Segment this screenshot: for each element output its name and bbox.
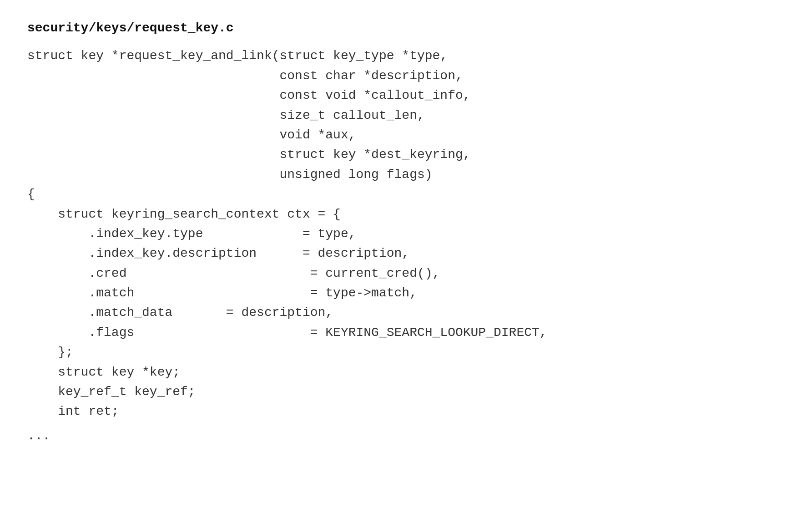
code-line-10: .index_key.type = type, xyxy=(27,227,356,241)
code-line-2: const char *description, xyxy=(27,69,463,83)
code-line-15: .flags = KEYRING_SEARCH_LOOKUP_DIRECT, xyxy=(27,326,547,340)
code-line-4: size_t callout_len, xyxy=(27,108,425,122)
code-line-16: }; xyxy=(27,345,73,359)
code-line-8: { xyxy=(27,187,35,201)
code-line-19: int ret; xyxy=(27,404,119,418)
code-line-6: struct key *dest_keyring, xyxy=(27,148,471,162)
code-line-1: struct key *request_key_and_link(struct … xyxy=(27,49,448,63)
code-line-9: struct keyring_search_context ctx = { xyxy=(27,207,341,221)
code-line-12: .cred = current_cred(), xyxy=(27,266,440,280)
code-line-3: const void *callout_info, xyxy=(27,88,471,102)
code-line-18: key_ref_t key_ref; xyxy=(27,385,196,399)
code-line-17: struct key *key; xyxy=(27,365,180,379)
ellipsis: ... xyxy=(27,426,785,446)
code-line-11: .index_key.description = description, xyxy=(27,246,409,260)
code-line-7: unsigned long flags) xyxy=(27,168,433,182)
code-line-14: .match_data = description, xyxy=(27,305,333,320)
code-line-5: void *aux, xyxy=(27,128,356,142)
filename: security/keys/request_key.c xyxy=(27,18,785,38)
code-line-13: .match = type->match, xyxy=(27,286,417,300)
code-block: struct key *request_key_and_link(struct … xyxy=(27,46,785,421)
